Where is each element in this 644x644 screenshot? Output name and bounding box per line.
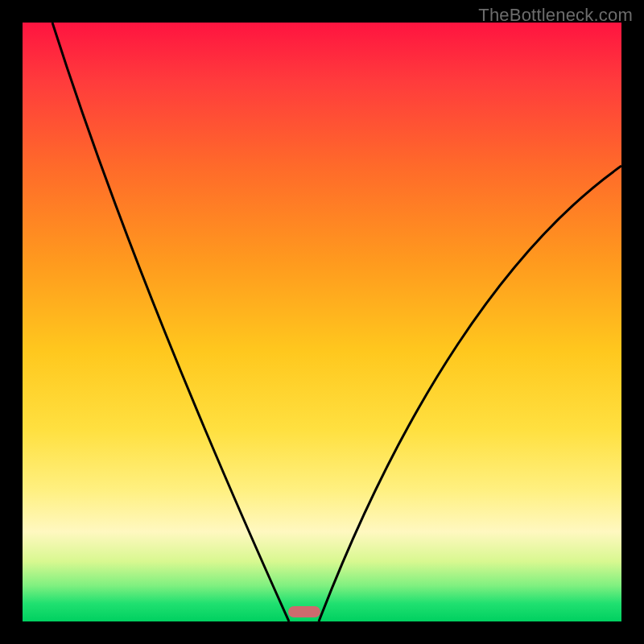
plot-area xyxy=(23,23,621,621)
curves-svg xyxy=(23,23,621,621)
chart-frame: TheBottleneck.com xyxy=(0,0,644,644)
bottleneck-marker xyxy=(288,606,320,617)
right-curve xyxy=(319,166,621,621)
left-curve xyxy=(52,23,289,621)
